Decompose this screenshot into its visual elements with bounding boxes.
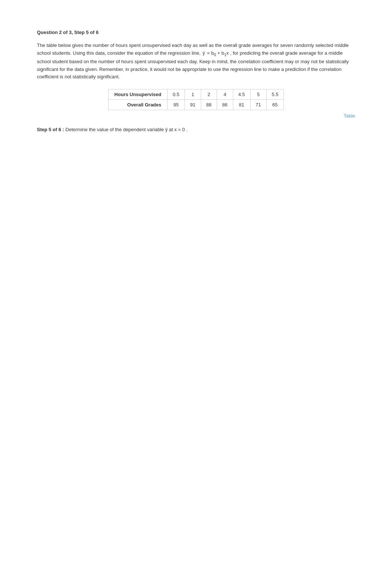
question-label: Question 2 of 3, Step 5 of 6 [37, 30, 355, 35]
grades-val-7: 65 [267, 100, 284, 110]
table-link[interactable]: Table [344, 113, 355, 119]
grades-val-6: 71 [250, 100, 266, 110]
hours-val-6: 5 [250, 89, 266, 100]
table-row-hours: Hours Unsupervised 0.5 1 2 4 4.5 5 5.5 [108, 89, 283, 100]
table-row-grades: Overall Grades 95 91 88 86 81 71 65 [108, 100, 283, 110]
grades-val-4: 86 [217, 100, 233, 110]
table-link-container: Table [37, 113, 355, 119]
grades-val-1: 95 [168, 100, 185, 110]
hours-val-2: 1 [185, 89, 201, 100]
hours-val-3: 2 [201, 89, 217, 100]
hours-val-5: 4.5 [233, 89, 250, 100]
hours-val-1: 0.5 [168, 89, 185, 100]
grades-val-3: 88 [201, 100, 217, 110]
table-wrapper: Hours Unsupervised 0.5 1 2 4 4.5 5 5.5 O… [37, 89, 355, 110]
page-container: Question 2 of 3, Step 5 of 6 The table b… [0, 0, 392, 156]
step-line: Step 5 of 6 : Determine the value of the… [37, 126, 355, 134]
step-label: Step 5 of 6 : [37, 127, 64, 132]
hours-val-4: 4 [217, 89, 233, 100]
data-table: Hours Unsupervised 0.5 1 2 4 4.5 5 5.5 O… [108, 89, 284, 110]
grades-header: Overall Grades [108, 100, 167, 110]
hours-val-7: 5.5 [267, 89, 284, 100]
step-variable: ŷ [165, 127, 169, 132]
grades-val-2: 91 [185, 100, 201, 110]
hours-header: Hours Unsupervised [108, 89, 167, 100]
grades-val-5: 81 [233, 100, 250, 110]
step-text: Determine the value of the dependent var… [65, 127, 164, 132]
step-condition: at x = 0 . [169, 127, 188, 132]
description-text: The table below gives the number of hour… [37, 42, 355, 81]
